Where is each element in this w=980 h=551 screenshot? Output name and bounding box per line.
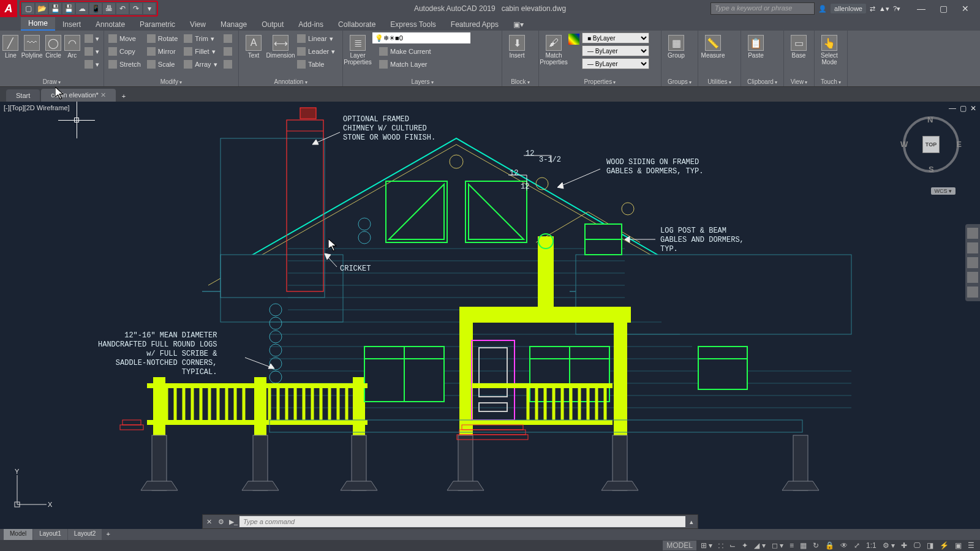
qat-dropdown-icon[interactable]: ▾ xyxy=(143,3,156,14)
tab-layout1[interactable]: Layout1 xyxy=(33,529,67,540)
panel-touch[interactable]: Touch xyxy=(817,77,845,86)
grid-icon[interactable]: ⊞ ▾ xyxy=(699,541,714,550)
viewcube-top[interactable]: TOP xyxy=(922,136,940,153)
match-layer-button[interactable]: Match Layer xyxy=(377,58,429,70)
web-icon[interactable]: ☁ xyxy=(76,3,88,14)
paste-button[interactable]: 📋Paste xyxy=(744,32,768,59)
wcs-selector[interactable]: WCS ▾ xyxy=(931,187,956,195)
erase-button[interactable] xyxy=(222,32,234,45)
table-button[interactable]: Table xyxy=(295,58,337,70)
hatch-button[interactable]: ▾ xyxy=(83,58,101,70)
exchange-icon[interactable]: ⇄ xyxy=(870,5,875,13)
match-props-button[interactable]: 🖌Match Properties xyxy=(541,32,566,66)
explode-button[interactable] xyxy=(222,45,234,58)
osnap-icon[interactable]: ◻ ▾ xyxy=(770,541,785,550)
copy-button[interactable]: Copy xyxy=(107,45,143,58)
panel-properties[interactable]: Properties xyxy=(541,77,658,86)
rotate-button[interactable]: Rotate xyxy=(145,32,179,45)
orbit-icon[interactable] xyxy=(967,272,978,283)
line-button[interactable]: ╱Line xyxy=(2,32,19,59)
tab-annotate[interactable]: Annotate xyxy=(88,18,132,31)
viewcube-w[interactable]: W xyxy=(900,140,908,149)
text-button[interactable]: AText xyxy=(241,32,266,59)
cmd-up-icon[interactable]: ▴ xyxy=(685,518,698,526)
stretch-button[interactable]: Stretch xyxy=(107,58,143,70)
help-icon[interactable]: ?▾ xyxy=(893,5,900,13)
snap-icon[interactable]: ⸬ xyxy=(717,541,725,550)
pan-icon[interactable] xyxy=(967,242,978,253)
maximize-button[interactable]: ▢ xyxy=(932,1,954,16)
command-line[interactable]: ✕ ⚙ ▶_ ▴ xyxy=(202,514,698,529)
viewcube[interactable]: TOP N E S W xyxy=(900,114,962,175)
tab-output[interactable]: Output xyxy=(254,18,291,31)
user-name[interactable]: allenlowe xyxy=(831,4,866,13)
search-input[interactable]: Type a keyword or phrase xyxy=(710,2,815,15)
panel-view[interactable]: View xyxy=(786,77,812,86)
fillet-button[interactable]: Fillet▾ xyxy=(182,45,219,58)
tab-home[interactable]: Home xyxy=(21,17,55,31)
apps-icon[interactable]: ▲▾ xyxy=(879,5,889,13)
panel-utilities[interactable]: Utilities xyxy=(701,77,738,86)
tab-document[interactable]: cabin elevation* ✕ xyxy=(41,89,116,102)
status-model[interactable]: MODEL xyxy=(663,541,696,550)
isodraft-icon[interactable]: ◢ ▾ xyxy=(752,541,767,550)
panel-clipboard[interactable]: Clipboard xyxy=(744,77,781,86)
group-button[interactable]: ▦Group xyxy=(664,32,688,59)
rectangle-button[interactable]: ▾ xyxy=(83,32,101,45)
viewcube-e[interactable]: E xyxy=(956,140,962,149)
saveas-icon[interactable]: 💾 xyxy=(62,3,75,14)
make-current-button[interactable]: Make Current xyxy=(377,45,433,58)
ribbon-min-icon[interactable]: ▣▾ xyxy=(506,18,531,31)
viewcube-n[interactable]: N xyxy=(927,115,933,124)
hwacc-icon[interactable]: ⚡ xyxy=(938,541,951,550)
annoviz-icon[interactable]: 👁 xyxy=(839,541,850,550)
polyline-button[interactable]: 〰Polyline xyxy=(21,32,43,59)
redo-icon[interactable]: ↷ xyxy=(130,3,142,14)
signin-icon[interactable]: 👤 xyxy=(818,5,827,13)
new-tab-button[interactable]: + xyxy=(117,91,130,102)
mirror-button[interactable]: Mirror xyxy=(145,45,179,58)
trim-button[interactable]: Trim▾ xyxy=(182,32,219,45)
arc-button[interactable]: ◠Arc xyxy=(64,32,80,59)
color-selector[interactable]: ■ ByLayer xyxy=(582,32,649,43)
panel-block[interactable]: Block xyxy=(505,77,536,86)
tab-parametric[interactable]: Parametric xyxy=(132,18,183,31)
lineweight-selector[interactable]: — ByLayer xyxy=(582,45,649,56)
panel-layers[interactable]: Layers xyxy=(345,77,499,86)
layer-selector[interactable]: 💡❄☀■ 0 xyxy=(372,32,470,43)
linetype-selector[interactable]: — ByLayer xyxy=(582,58,649,69)
custom-icon[interactable]: ☰ xyxy=(966,541,976,550)
measure-button[interactable]: 📏Measure xyxy=(701,32,725,59)
showmotion-icon[interactable] xyxy=(967,287,978,298)
transparency-icon[interactable]: ▦ xyxy=(798,541,809,550)
close-button[interactable]: ✕ xyxy=(954,1,976,16)
close-tab-icon[interactable]: ✕ xyxy=(100,91,106,99)
new-icon[interactable]: ▢ xyxy=(22,3,34,14)
add-layout-button[interactable]: + xyxy=(102,529,113,540)
drawing-canvas[interactable]: [-][Top][2D Wireframe] — ▢ ✕ xyxy=(0,102,980,529)
iso-icon[interactable]: ◨ xyxy=(925,541,935,550)
move-button[interactable]: Move xyxy=(107,32,143,45)
app-logo[interactable]: A xyxy=(0,0,17,17)
minimize-button[interactable]: — xyxy=(910,1,932,16)
tab-manage[interactable]: Manage xyxy=(213,18,254,31)
tab-express-tools[interactable]: Express Tools xyxy=(383,18,443,31)
tab-collaborate[interactable]: Collaborate xyxy=(331,18,383,31)
tab-model[interactable]: Model xyxy=(4,529,32,540)
linear-button[interactable]: Linear▾ xyxy=(295,32,337,45)
tab-start[interactable]: Start xyxy=(6,89,40,102)
ortho-icon[interactable]: ⌙ xyxy=(728,541,737,550)
scale-label[interactable]: 1:1 xyxy=(864,541,878,550)
gear-icon[interactable]: ⚙ ▾ xyxy=(881,541,897,550)
cmd-close-icon[interactable]: ✕ xyxy=(203,518,215,526)
clean-icon[interactable]: ▣ xyxy=(953,541,963,550)
layer-props-button[interactable]: ≣Layer Properties xyxy=(345,32,370,66)
ellipse-button[interactable]: ▾ xyxy=(83,45,101,58)
scale-button[interactable]: Scale xyxy=(145,58,179,70)
tab-layout2[interactable]: Layout2 xyxy=(68,529,102,540)
dimension-button[interactable]: ⟷Dimension xyxy=(268,32,293,59)
polar-icon[interactable]: ✦ xyxy=(740,541,750,550)
leader-button[interactable]: Leader▾ xyxy=(295,45,337,58)
undo-icon[interactable]: ↶ xyxy=(116,3,129,14)
plus-icon[interactable]: ✚ xyxy=(899,541,909,550)
